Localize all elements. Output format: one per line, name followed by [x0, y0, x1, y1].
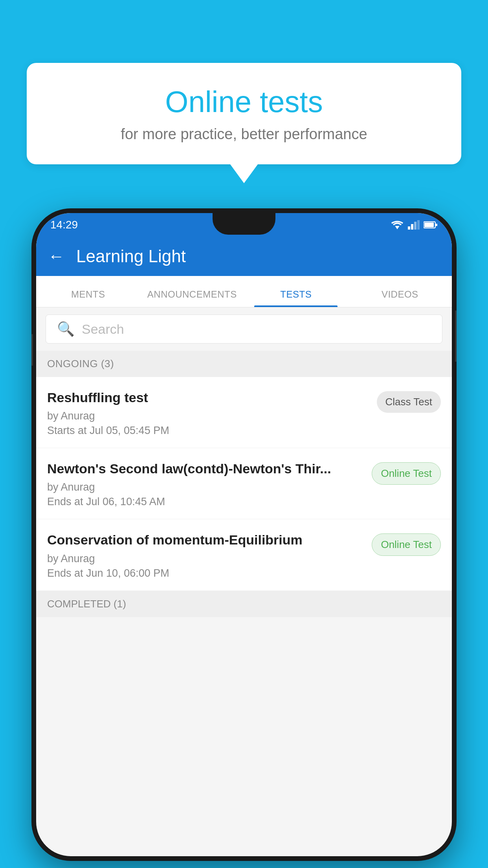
tab-ments[interactable]: MENTS	[36, 289, 140, 307]
completed-section-header: COMPLETED (1)	[36, 591, 452, 617]
tests-list: Reshuffling test by Anurag Starts at Jul…	[36, 377, 452, 591]
tab-announcements[interactable]: ANNOUNCEMENTS	[140, 289, 244, 307]
search-icon: 🔍	[57, 321, 75, 337]
completed-label: COMPLETED (1)	[47, 598, 126, 610]
speech-bubble-subtitle: for more practice, better performance	[50, 126, 438, 143]
test-date-3: Ends at Jun 10, 06:00 PM	[47, 567, 364, 579]
battery-icon	[424, 221, 438, 229]
test-date-1: Starts at Jul 05, 05:45 PM	[47, 425, 369, 437]
app-bar-title: Learning Light	[76, 246, 186, 266]
search-bar[interactable]: 🔍 Search	[46, 314, 442, 344]
svg-rect-2	[411, 224, 413, 230]
app-bar: ← Learning Light	[36, 237, 452, 276]
test-author-2: by Anurag	[47, 481, 364, 493]
test-badge-2: Online Test	[372, 462, 441, 485]
tabs-container: MENTS ANNOUNCEMENTS TESTS VIDEOS	[36, 276, 452, 307]
test-title-2: Newton's Second law(contd)-Newton's Thir…	[47, 460, 364, 477]
svg-rect-7	[436, 224, 437, 226]
test-badge-3: Online Test	[372, 533, 441, 556]
test-item-2[interactable]: Newton's Second law(contd)-Newton's Thir…	[36, 448, 452, 519]
signal-icon	[408, 220, 420, 230]
speech-bubble: Online tests for more practice, better p…	[27, 63, 461, 164]
ongoing-label: ONGOING (3)	[47, 358, 114, 370]
test-info-3: Conservation of momentum-Equilibrium by …	[47, 531, 372, 579]
test-author-1: by Anurag	[47, 410, 369, 422]
tab-videos[interactable]: VIDEOS	[348, 289, 452, 307]
test-title-3: Conservation of momentum-Equilibrium	[47, 531, 364, 548]
svg-rect-1	[408, 226, 410, 230]
status-icons	[391, 220, 438, 230]
test-date-2: Ends at Jul 06, 10:45 AM	[47, 496, 364, 508]
phone-side-left	[31, 334, 33, 366]
svg-marker-0	[395, 226, 399, 230]
svg-rect-3	[414, 222, 416, 230]
test-badge-1: Class Test	[377, 391, 441, 413]
back-button[interactable]: ←	[48, 247, 64, 266]
phone-screen: 14:29	[36, 213, 452, 856]
phone-frame: 14:29	[31, 208, 457, 861]
search-input[interactable]: Search	[82, 322, 124, 337]
speech-bubble-title: Online tests	[50, 85, 438, 119]
test-info-2: Newton's Second law(contd)-Newton's Thir…	[47, 460, 372, 508]
svg-rect-4	[417, 220, 420, 230]
test-item-1[interactable]: Reshuffling test by Anurag Starts at Jul…	[36, 377, 452, 448]
notch	[213, 213, 275, 235]
wifi-icon	[391, 220, 404, 230]
test-info-1: Reshuffling test by Anurag Starts at Jul…	[47, 389, 377, 437]
phone-side-right	[455, 311, 457, 362]
speech-bubble-container: Online tests for more practice, better p…	[27, 63, 461, 164]
test-item-3[interactable]: Conservation of momentum-Equilibrium by …	[36, 519, 452, 590]
tab-tests[interactable]: TESTS	[244, 289, 348, 307]
ongoing-section-header: ONGOING (3)	[36, 351, 452, 377]
status-time: 14:29	[50, 219, 78, 231]
svg-rect-6	[424, 223, 434, 227]
status-bar: 14:29	[36, 213, 452, 237]
search-container: 🔍 Search	[36, 307, 452, 351]
test-title-1: Reshuffling test	[47, 389, 369, 406]
test-author-3: by Anurag	[47, 553, 364, 565]
